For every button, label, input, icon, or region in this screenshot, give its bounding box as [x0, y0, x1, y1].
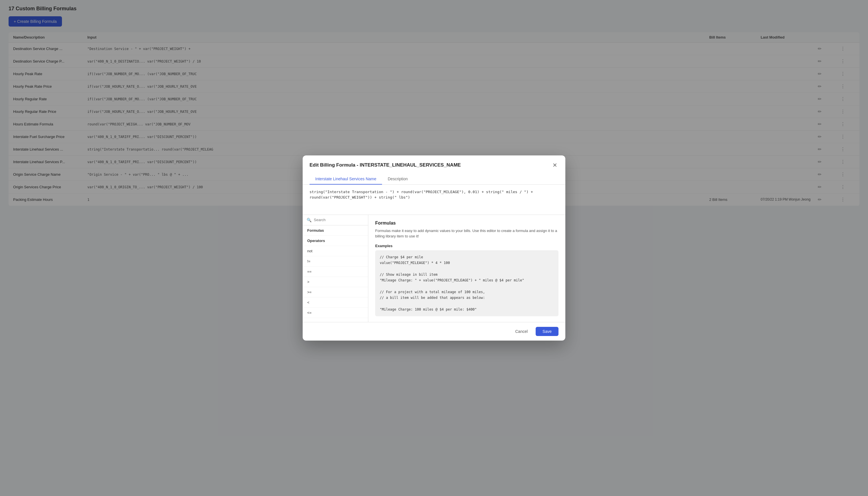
- search-icon: 🔍: [307, 218, 311, 222]
- save-button[interactable]: Save: [536, 327, 559, 336]
- formulas-panel-title: Formulas: [375, 220, 559, 226]
- examples-label: Examples: [375, 244, 559, 248]
- modal-title: Edit Billing Formula - INTERSTATE_LINEHA…: [309, 162, 461, 168]
- formulas-panel-desc: Formulas make it easy to add dynamic val…: [375, 228, 559, 239]
- modal-bottom: 🔍 FormulasOperatorsnot!===>>=<<= Formula…: [303, 215, 565, 322]
- left-list-item[interactable]: <: [303, 297, 368, 308]
- left-list: FormulasOperatorsnot!===>>=<<=: [303, 226, 368, 322]
- formula-area: [303, 185, 565, 215]
- left-panel: 🔍 FormulasOperatorsnot!===>>=<<=: [303, 215, 368, 322]
- modal-header: Edit Billing Formula - INTERSTATE_LINEHA…: [303, 155, 565, 169]
- edit-billing-formula-modal: Edit Billing Formula - INTERSTATE_LINEHA…: [303, 155, 565, 341]
- formula-textarea[interactable]: [309, 189, 559, 209]
- left-list-item[interactable]: ==: [303, 267, 368, 277]
- search-input[interactable]: [314, 218, 364, 222]
- left-list-section[interactable]: Formulas: [303, 226, 368, 236]
- left-list-item[interactable]: not: [303, 246, 368, 256]
- examples-code: // Charge $4 per mile value("PROJECT_MIL…: [375, 250, 559, 316]
- tab-interstate-linehaul[interactable]: Interstate Linehaul Services Name: [309, 174, 382, 185]
- modal-footer: Cancel Save: [303, 322, 565, 341]
- left-list-item[interactable]: >: [303, 277, 368, 287]
- tab-description[interactable]: Description: [382, 174, 414, 185]
- search-box: 🔍: [303, 215, 368, 226]
- right-panel: Formulas Formulas make it easy to add dy…: [368, 215, 565, 322]
- cancel-button[interactable]: Cancel: [511, 327, 532, 336]
- modal-overlay: Edit Billing Formula - INTERSTATE_LINEHA…: [0, 0, 868, 496]
- left-list-item[interactable]: >=: [303, 287, 368, 297]
- left-list-item[interactable]: !=: [303, 256, 368, 267]
- modal-close-button[interactable]: ✕: [551, 161, 559, 169]
- left-list-item[interactable]: <=: [303, 308, 368, 318]
- left-list-section[interactable]: Operators: [303, 236, 368, 246]
- modal-tabs: Interstate Linehaul Services Name Descri…: [303, 174, 565, 185]
